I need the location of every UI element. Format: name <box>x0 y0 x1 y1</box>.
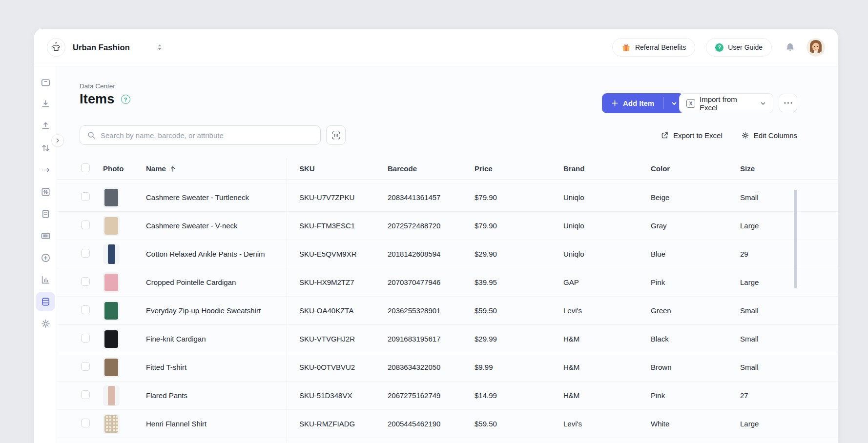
item-size: Small <box>740 306 838 315</box>
item-sku: SKU-U7V7ZPKU <box>287 193 388 201</box>
item-name: Cashmere Sweater - V-neck <box>146 222 287 230</box>
table-row[interactable]: Cashmere Sweater - V-neckSKU-FTM3ESC1207… <box>57 212 838 240</box>
workspace-switcher[interactable] <box>157 44 162 51</box>
item-photo <box>103 414 120 434</box>
chevron-up-down-icon <box>157 44 162 51</box>
item-name: Fine-knit Cardigan <box>146 335 287 343</box>
item-photo <box>103 272 120 293</box>
sidebar-item-add-circle[interactable] <box>36 248 55 267</box>
table-row[interactable]: Everyday Zip-up Hoodie SweatshirtSKU-OA4… <box>57 297 838 325</box>
item-barcode: 2005445462190 <box>388 420 475 428</box>
table-row[interactable]: Fine-knit CardiganSKU-VTVGHJ2R2091683195… <box>57 325 838 353</box>
table-row[interactable]: Cropped Pointelle CardiganSKU-HX9M2TZ720… <box>57 268 838 297</box>
item-name: Fitted T-shirt <box>146 363 287 371</box>
chevron-down-icon <box>760 101 766 106</box>
app-window: Urban Fashion Referral Benefits <box>34 29 838 443</box>
column-header-barcode[interactable]: Barcode <box>388 164 475 173</box>
item-barcode: 2083441361457 <box>388 193 475 201</box>
item-barcode: 2036255328901 <box>388 306 475 315</box>
item-name: Flared Pants <box>146 391 287 400</box>
row-checkbox[interactable] <box>81 362 90 371</box>
item-sku: SKU-RMZFIADG <box>287 420 388 428</box>
row-checkbox[interactable] <box>81 277 90 286</box>
excel-icon: X <box>686 99 695 108</box>
sidebar-item-data-center[interactable] <box>36 292 55 311</box>
import-label: Import from Excel <box>700 95 756 112</box>
item-price: $59.50 <box>475 306 563 315</box>
table-row[interactable]: Cashmere Sweater - TurtleneckSKU-U7V7ZPK… <box>57 183 838 212</box>
row-checkbox-cell <box>80 305 99 316</box>
referral-benefits-label: Referral Benefits <box>635 43 686 51</box>
notifications-bell[interactable] <box>785 42 796 53</box>
sidebar-item-package[interactable] <box>36 72 55 92</box>
item-barcode: 2083634322050 <box>388 363 475 371</box>
export-to-excel-button[interactable]: Export to Excel <box>661 131 723 140</box>
table-row[interactable]: Cotton Relaxed Ankle Pants - DenimSKU-E5… <box>57 240 838 268</box>
main-content: Data Center Items ? Add Item <box>57 66 838 443</box>
user-guide-button[interactable]: ? User Guide <box>706 38 772 57</box>
item-name: Henri Flannel Shirt <box>146 420 287 428</box>
workspace-logo <box>47 38 65 57</box>
plus-icon <box>611 100 619 107</box>
sidebar-expand-button[interactable] <box>51 134 64 147</box>
item-price: $9.99 <box>475 363 563 371</box>
row-checkbox[interactable] <box>81 334 90 342</box>
item-brand: H&M <box>563 363 651 371</box>
table-scrollbar[interactable] <box>794 190 797 288</box>
table-header: Photo Name SKU Barcode Price Brand Color… <box>57 158 838 180</box>
item-size: Small <box>740 335 838 343</box>
row-checkbox[interactable] <box>81 390 90 399</box>
sidebar-item-barcode[interactable] <box>36 226 55 245</box>
item-photo-cell <box>99 414 146 434</box>
item-price: $29.99 <box>475 335 563 343</box>
item-photo-cell <box>99 385 146 406</box>
barcode-scan-icon <box>331 131 341 140</box>
item-size: Small <box>740 193 838 201</box>
item-sku: SKU-VTVGHJ2R <box>287 335 388 343</box>
sidebar-item-settings[interactable] <box>36 314 55 333</box>
column-header-size[interactable]: Size <box>740 164 838 173</box>
item-size: Large <box>740 278 838 286</box>
sidebar-item-analytics[interactable] <box>36 270 55 289</box>
import-download-icon <box>40 99 51 110</box>
chevron-down-icon <box>671 101 677 106</box>
add-item-button[interactable]: Add Item <box>602 93 684 113</box>
column-header-price[interactable]: Price <box>475 164 563 173</box>
column-header-sku[interactable]: SKU <box>287 164 388 173</box>
row-checkbox[interactable] <box>81 221 90 229</box>
sidebar-item-move-out[interactable] <box>36 160 55 180</box>
app-header: Urban Fashion Referral Benefits <box>34 29 838 66</box>
gear-icon <box>741 131 749 140</box>
select-all-checkbox[interactable] <box>81 163 90 172</box>
item-color: Green <box>651 306 740 315</box>
help-icon[interactable]: ? <box>121 95 130 104</box>
item-color: Gray <box>651 222 740 230</box>
row-checkbox[interactable] <box>81 305 90 314</box>
column-header-brand[interactable]: Brand <box>563 164 651 173</box>
row-checkbox[interactable] <box>81 249 90 258</box>
row-checkbox[interactable] <box>81 419 90 427</box>
import-from-excel-button[interactable]: X Import from Excel <box>679 93 773 113</box>
search-input[interactable] <box>101 131 313 140</box>
sidebar-item-stock-adjust[interactable] <box>36 182 55 201</box>
item-name: Cropped Pointelle Cardigan <box>146 278 287 286</box>
table-row[interactable]: Henri Flannel ShirtSKU-RMZFIADG200544546… <box>57 410 838 438</box>
barcode-scan-button[interactable] <box>326 125 346 145</box>
table-row[interactable]: Flared PantsSKU-51D348VX2067275162749$14… <box>57 382 838 410</box>
user-avatar[interactable] <box>806 38 825 57</box>
table-row[interactable]: Fitted T-shirtSKU-0OTVBVU22083634322050$… <box>57 353 838 382</box>
item-barcode: 2072572488720 <box>388 222 475 230</box>
column-header-color[interactable]: Color <box>651 164 740 173</box>
item-photo-cell <box>99 357 146 378</box>
sidebar-item-upload[interactable] <box>36 116 55 136</box>
referral-benefits-button[interactable]: Referral Benefits <box>612 38 695 57</box>
item-barcode: 2067275162749 <box>388 391 475 400</box>
sidebar-item-document[interactable] <box>36 204 55 223</box>
sidebar <box>34 66 57 443</box>
row-checkbox[interactable] <box>81 192 90 201</box>
more-actions-button[interactable] <box>779 94 797 112</box>
column-header-name[interactable]: Name <box>146 164 287 173</box>
row-checkbox-cell <box>80 249 99 259</box>
sidebar-item-import-download[interactable] <box>36 94 55 114</box>
edit-columns-button[interactable]: Edit Columns <box>741 131 797 140</box>
